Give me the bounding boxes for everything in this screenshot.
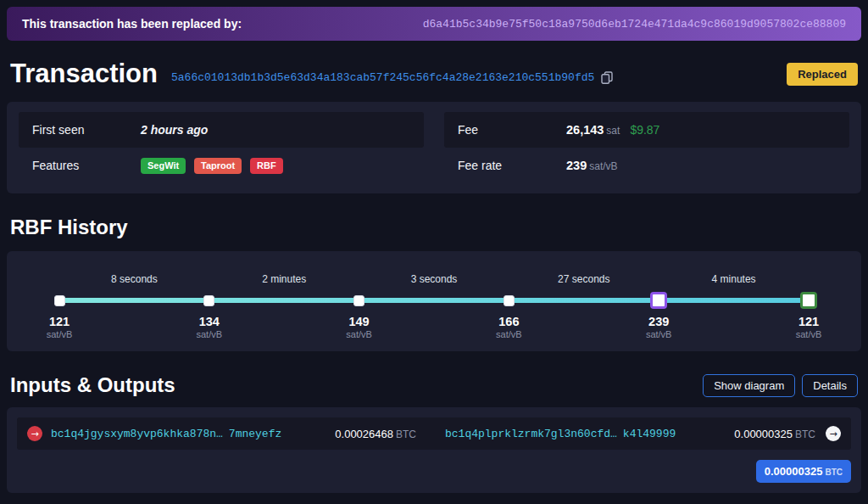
replacement-banner: This transaction has been replaced by: d…: [7, 7, 861, 41]
fee-row: Fee 26,143sat$9.87: [444, 112, 849, 148]
rbf-timeline-card: 8 seconds 2 minutes 3 seconds 27 seconds…: [7, 251, 861, 351]
fee-label: Fee: [458, 123, 566, 137]
rbf-node-current: 239 sat/vB: [620, 288, 697, 339]
status-badge-replaced: Replaced: [787, 63, 858, 86]
output-address-head: bc1q4plprklzrmk7gl3n60cfd…: [445, 428, 617, 440]
transaction-header: Transaction 5a66c01013db1b3d5e63d34a183c…: [10, 54, 858, 93]
rbf-timeline: 8 seconds 2 minutes 3 seconds 27 seconds…: [59, 251, 809, 351]
rbf-node-marker[interactable]: [353, 295, 364, 306]
rbf-node-rate: 239: [648, 315, 669, 328]
io-header: Inputs & Outputs Show diagram Details: [10, 373, 858, 397]
first-seen-label: First seen: [32, 123, 141, 137]
io-title: Inputs & Outputs: [10, 373, 175, 397]
feature-badges: SegWit Taproot RBF: [141, 158, 288, 174]
output-amount-unit: BTC: [795, 428, 815, 440]
show-diagram-button[interactable]: Show diagram: [703, 374, 795, 397]
rbf-node-marker[interactable]: [203, 295, 214, 306]
rbf-node-unit: sat/vB: [646, 329, 672, 339]
taproot-badge: Taproot: [194, 158, 242, 174]
details-button[interactable]: Details: [802, 374, 858, 397]
fee-rate-unit: sat/vB: [589, 160, 617, 172]
rbf-node-marker[interactable]: [504, 295, 515, 306]
rbf-node-unit: sat/vB: [47, 329, 73, 339]
rbf-node: 149 sat/vB: [321, 288, 398, 339]
fee-rate-label: Fee rate: [458, 159, 566, 172]
fee-usd-value: $9.87: [630, 123, 659, 137]
io-row: → bc1q4jgysxym8yvp6khka878n…7mneyefz 0.0…: [17, 417, 851, 450]
features-row: Features SegWit Taproot RBF: [19, 148, 424, 183]
io-total-row: 0.00000325BTC: [17, 460, 851, 483]
details-left-column: First seen 2 hours ago Features SegWit T…: [19, 112, 424, 183]
rbf-node: 121 sat/vB: [21, 288, 97, 339]
output-total-badge[interactable]: 0.00000325BTC: [756, 460, 851, 483]
input-address-link[interactable]: bc1q4jgysxym8yvp6khka878n…7mneyefz: [51, 428, 281, 440]
input-address-head: bc1q4jgysxym8yvp6khka878n…: [51, 428, 223, 440]
input-arrow-icon[interactable]: →: [27, 426, 42, 441]
rbf-node-rate: 134: [199, 315, 220, 328]
rbf-badge: RBF: [250, 158, 283, 174]
first-seen-row: First seen 2 hours ago: [19, 112, 424, 148]
output-amount: 0.00000325BTC: [734, 428, 815, 440]
timeline-interval-label: 4 minutes: [712, 273, 756, 285]
txid-link[interactable]: 5a66c01013db1b3d5e63d34a183cab57f245c56f…: [171, 71, 594, 84]
output-amount-value: 0.00000325: [734, 428, 793, 440]
rbf-history-title: RBF History: [10, 216, 858, 239]
output-total-value: 0.00000325: [765, 465, 823, 478]
transaction-details-card: First seen 2 hours ago Features SegWit T…: [7, 102, 861, 193]
details-right-column: Fee 26,143sat$9.87 Fee rate 239sat/vB: [444, 112, 849, 183]
rbf-node-rate: 149: [348, 315, 369, 328]
rbf-node-unit: sat/vB: [496, 329, 522, 339]
replacement-txid-link[interactable]: d6a41b5c34b9e75f50c18a9750d6eb1724e471da…: [423, 18, 846, 31]
input-amount-value: 0.00026468: [335, 428, 393, 440]
rbf-node-rate: 166: [498, 315, 519, 328]
rbf-node: 166 sat/vB: [470, 288, 547, 339]
output-side: bc1q4plprklzrmk7gl3n60cfd…k4l49999 0.000…: [445, 426, 841, 441]
features-label: Features: [32, 159, 141, 172]
rbf-node-unit: sat/vB: [796, 329, 822, 339]
fee-value: 26,143: [566, 123, 604, 137]
segwit-badge: SegWit: [141, 158, 186, 174]
input-side: → bc1q4jgysxym8yvp6khka878n…7mneyefz 0.0…: [27, 426, 423, 441]
rbf-node-unit: sat/vB: [346, 329, 372, 339]
fee-unit: sat: [606, 125, 620, 137]
first-seen-value: 2 hours ago: [141, 123, 208, 137]
rbf-node-rate: 121: [798, 315, 819, 328]
fee-rate-value-group: 239sat/vB: [566, 159, 618, 172]
fee-rate-row: Fee rate 239sat/vB: [444, 148, 849, 183]
input-amount: 0.00026468BTC: [335, 428, 416, 440]
transaction-io-card: → bc1q4jgysxym8yvp6khka878n…7mneyefz 0.0…: [7, 407, 861, 493]
copy-icon[interactable]: [601, 71, 613, 84]
page-title: Transaction: [10, 59, 158, 89]
rbf-node-rate: 121: [49, 315, 70, 328]
replacement-banner-label: This transaction has been replaced by:: [22, 17, 242, 31]
output-arrow-icon[interactable]: →: [826, 426, 841, 441]
timeline-interval-label: 27 seconds: [558, 273, 609, 285]
rbf-node-marker-mined[interactable]: [800, 292, 817, 309]
timeline-interval-label: 3 seconds: [411, 273, 458, 285]
rbf-node-marker-current[interactable]: [650, 292, 667, 309]
rbf-node-unit: sat/vB: [197, 329, 223, 339]
fee-rate-value: 239: [566, 159, 587, 172]
output-address-link[interactable]: bc1q4plprklzrmk7gl3n60cfd…k4l49999: [445, 428, 676, 440]
input-amount-unit: BTC: [396, 428, 416, 440]
rbf-node-marker[interactable]: [54, 295, 65, 306]
input-address-tail: 7mneyefz: [229, 428, 281, 440]
output-address-tail: k4l49999: [623, 428, 676, 440]
output-total-unit: BTC: [825, 468, 843, 477]
transaction-page: This transaction has been replaced by: d…: [0, 0, 868, 493]
rbf-node: 134 sat/vB: [171, 288, 248, 339]
rbf-node-mined: 121 sat/vB: [771, 288, 847, 339]
fee-value-group: 26,143sat$9.87: [566, 123, 659, 137]
timeline-interval-label: 2 minutes: [262, 273, 306, 285]
timeline-interval-label: 8 seconds: [111, 273, 158, 285]
